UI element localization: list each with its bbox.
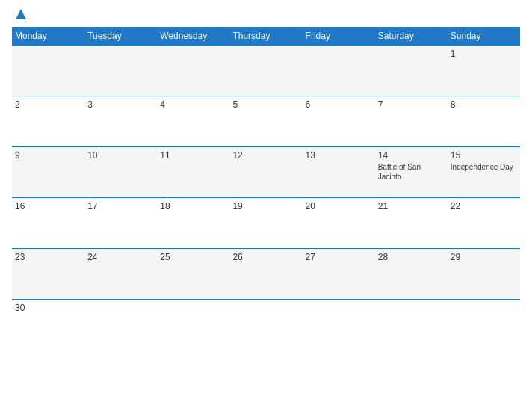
calendar-row: 16171819202122 <box>12 198 520 249</box>
header <box>12 7 520 21</box>
day-number: 21 <box>378 201 445 211</box>
day-number: 27 <box>306 252 372 262</box>
calendar-cell <box>375 46 448 96</box>
calendar-cell: 7 <box>375 96 448 147</box>
calendar-row: 23242526272829 <box>12 249 520 300</box>
day-number: 3 <box>87 99 154 110</box>
day-number: 17 <box>87 201 154 211</box>
calendar-cell: 1 <box>448 46 520 96</box>
weekday-header-tuesday: Tuesday <box>84 27 157 46</box>
day-number: 6 <box>306 99 372 110</box>
calendar-cell: 16 <box>12 198 84 249</box>
calendar-table: MondayTuesdayWednesdayThursdayFridaySatu… <box>12 27 520 350</box>
weekday-header-wednesday: Wednesday <box>157 27 229 46</box>
day-number: 25 <box>160 252 226 262</box>
calendar-cell <box>229 46 302 96</box>
day-number: 14 <box>378 150 445 161</box>
weekday-header-friday: Friday <box>303 27 375 46</box>
calendar-row: 30 <box>12 300 520 350</box>
calendar-cell: 14Battle of San Jacinto <box>375 147 448 198</box>
day-number: 13 <box>306 150 372 161</box>
calendar-cell: 28 <box>375 249 448 300</box>
day-number: 4 <box>160 99 226 110</box>
calendar-cell <box>157 46 229 96</box>
calendar-cell: 21 <box>375 198 448 249</box>
calendar-cell: 18 <box>157 198 229 249</box>
calendar-cell: 9 <box>12 147 84 198</box>
calendar-cell: 29 <box>448 249 520 300</box>
day-number: 30 <box>15 303 81 313</box>
day-number: 9 <box>15 150 81 161</box>
calendar-cell <box>375 300 448 350</box>
calendar-cell <box>229 300 302 350</box>
day-number: 26 <box>232 252 299 262</box>
day-number: 24 <box>87 252 154 262</box>
calendar-cell <box>448 300 520 350</box>
calendar-page: MondayTuesdayWednesdayThursdayFridaySatu… <box>0 0 532 411</box>
day-number: 10 <box>87 150 154 161</box>
day-number: 12 <box>232 150 299 161</box>
calendar-cell: 27 <box>303 249 375 300</box>
calendar-cell <box>12 46 84 96</box>
weekday-header-sunday: Sunday <box>448 27 520 46</box>
calendar-cell: 5 <box>229 96 302 147</box>
day-number: 11 <box>160 150 226 161</box>
weekday-header-row: MondayTuesdayWednesdayThursdayFridaySatu… <box>12 27 520 46</box>
calendar-cell: 6 <box>303 96 375 147</box>
calendar-cell: 30 <box>12 300 84 350</box>
calendar-cell: 8 <box>448 96 520 147</box>
calendar-cell: 13 <box>303 147 375 198</box>
calendar-cell <box>84 46 157 96</box>
calendar-cell: 10 <box>84 147 157 198</box>
day-number: 2 <box>15 99 81 110</box>
calendar-cell: 2 <box>12 96 84 147</box>
day-number: 16 <box>15 201 81 211</box>
day-number: 7 <box>378 99 445 110</box>
svg-marker-0 <box>16 9 26 19</box>
calendar-cell <box>157 300 229 350</box>
calendar-cell: 24 <box>84 249 157 300</box>
day-number: 18 <box>160 201 226 211</box>
calendar-cell: 15Independence Day <box>448 147 520 198</box>
calendar-cell: 4 <box>157 96 229 147</box>
calendar-cell: 26 <box>229 249 302 300</box>
day-number: 15 <box>451 150 517 161</box>
day-number: 8 <box>451 99 517 110</box>
calendar-cell: 3 <box>84 96 157 147</box>
day-number: 22 <box>451 201 517 211</box>
weekday-header-thursday: Thursday <box>229 27 302 46</box>
day-number: 29 <box>451 252 517 262</box>
calendar-cell: 25 <box>157 249 229 300</box>
calendar-row: 2345678 <box>12 96 520 147</box>
calendar-cell: 20 <box>303 198 375 249</box>
weekday-header-monday: Monday <box>12 27 84 46</box>
calendar-cell: 23 <box>12 249 84 300</box>
logo-flag-icon <box>14 7 28 21</box>
calendar-cell: 19 <box>229 198 302 249</box>
calendar-cell <box>303 300 375 350</box>
calendar-row: 1 <box>12 46 520 96</box>
weekday-header-saturday: Saturday <box>375 27 448 46</box>
day-number: 5 <box>232 99 299 110</box>
calendar-cell <box>84 300 157 350</box>
day-number: 1 <box>451 49 517 59</box>
calendar-cell: 22 <box>448 198 520 249</box>
calendar-cell: 11 <box>157 147 229 198</box>
day-number: 19 <box>232 201 299 211</box>
logo <box>12 7 28 21</box>
calendar-cell: 17 <box>84 198 157 249</box>
event-label: Independence Day <box>451 162 517 172</box>
calendar-row: 91011121314Battle of San Jacinto15Indepe… <box>12 147 520 198</box>
day-number: 23 <box>15 252 81 262</box>
calendar-cell: 12 <box>229 147 302 198</box>
calendar-cell <box>303 46 375 96</box>
day-number: 20 <box>306 201 372 211</box>
day-number: 28 <box>378 252 445 262</box>
event-label: Battle of San Jacinto <box>378 162 445 182</box>
